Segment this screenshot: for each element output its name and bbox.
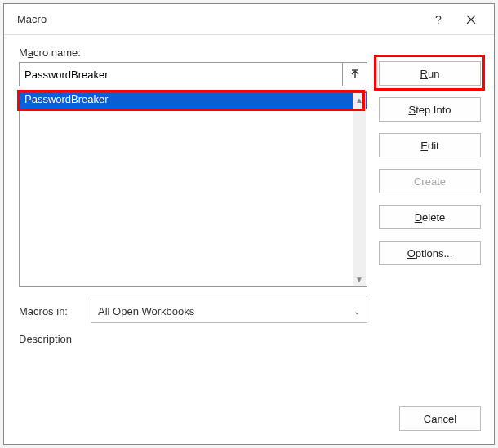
macro-name-label: Macro name: <box>19 47 367 59</box>
delete-button[interactable]: Delete <box>379 205 481 229</box>
dialog-footer: Cancel <box>4 406 494 444</box>
list-item[interactable]: PasswordBreaker <box>20 92 367 109</box>
titlebar: Macro ? <box>4 4 494 35</box>
cancel-button[interactable]: Cancel <box>399 406 481 431</box>
close-icon <box>466 15 476 24</box>
macros-in-select[interactable]: All Open Workbooks ⌄ <box>91 299 367 323</box>
macros-in-label: Macros in: <box>19 305 82 317</box>
help-button[interactable]: ? <box>422 7 455 33</box>
dialog-title: Macro <box>17 13 422 25</box>
scroll-down-icon[interactable]: ▼ <box>353 273 366 286</box>
create-button: Create <box>379 169 481 193</box>
macro-list[interactable]: PasswordBreaker ▲ ▼ <box>19 91 367 287</box>
chevron-down-icon: ⌄ <box>353 307 360 316</box>
macro-name-row <box>19 62 367 86</box>
scrollbar[interactable]: ▲ ▼ <box>353 93 366 286</box>
options-button[interactable]: Options... <box>379 241 481 265</box>
description-label: Description <box>19 333 367 345</box>
right-column: Run Step Into Edit Create Delete Options… <box>379 47 481 395</box>
assign-up-button[interactable] <box>343 62 367 86</box>
close-button[interactable] <box>455 7 487 33</box>
step-into-button[interactable]: Step Into <box>379 97 481 122</box>
arrow-up-icon <box>350 69 360 79</box>
macros-in-value: All Open Workbooks <box>98 305 194 317</box>
scroll-up-icon[interactable]: ▲ <box>353 93 366 106</box>
run-button[interactable]: Run <box>379 61 481 86</box>
macro-list-wrap: PasswordBreaker ▲ ▼ <box>19 91 367 287</box>
macros-in-row: Macros in: All Open Workbooks ⌄ <box>19 299 367 323</box>
macro-name-input[interactable] <box>19 62 343 86</box>
macro-dialog: Macro ? Macro name: PasswordBreaker ▲ <box>3 3 495 445</box>
edit-button[interactable]: Edit <box>379 133 481 157</box>
left-column: Macro name: PasswordBreaker ▲ ▼ <box>19 47 367 395</box>
dialog-content: Macro name: PasswordBreaker ▲ ▼ <box>4 35 494 406</box>
